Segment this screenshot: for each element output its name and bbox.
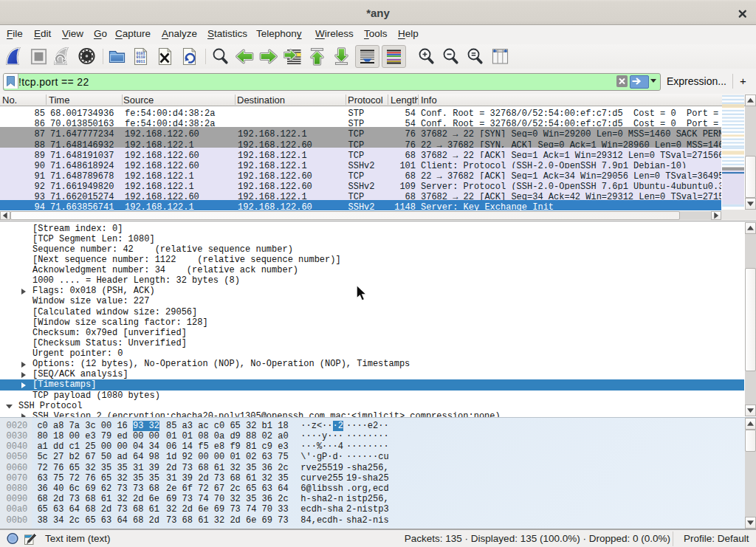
svg-text:0011: 0011 [137,60,145,64]
